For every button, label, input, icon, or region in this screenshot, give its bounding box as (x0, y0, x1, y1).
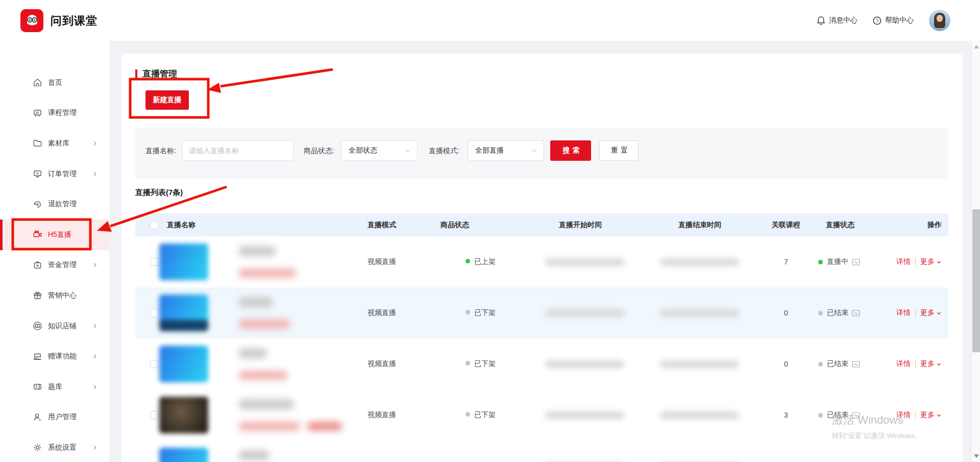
live-mode-label: 直播模式: (429, 140, 459, 161)
chevron-down-icon (936, 361, 942, 367)
sidebar-item-question-bank[interactable]: 题库 (0, 372, 109, 402)
scrollbar-thumb[interactable] (972, 209, 980, 352)
sidebar-item-home[interactable]: 首页 (0, 67, 109, 98)
table-row: 视频直播 已下架 已结束 详情 更多 (135, 441, 948, 462)
title-accent-bar (135, 69, 137, 79)
more-link[interactable]: 更多 (920, 257, 942, 266)
refund-icon (33, 200, 42, 209)
chevron-down-icon (936, 412, 942, 418)
chevron-right-icon (92, 140, 98, 147)
table-row: 视频直播 已上架 7 直播中 详情 更多 (135, 236, 948, 287)
bell-icon (817, 16, 825, 25)
live-thumbnail-blurred (159, 397, 208, 433)
status-dot (465, 361, 470, 366)
live-name-blurred (239, 246, 296, 278)
live-name-blurred (239, 348, 287, 380)
live-name-input[interactable] (182, 140, 293, 161)
filter-bar: 直播名称: 商品状态: 全部状态 直播模式: 全部直播 搜索 重置 (135, 128, 948, 179)
create-live-button[interactable]: 新建直播 (145, 90, 189, 110)
sidebar-item-courses[interactable]: 课程管理 (0, 98, 109, 129)
start-time-blurred (545, 411, 624, 419)
live-name-label: 直播名称: (145, 140, 176, 161)
sidebar-item-orders[interactable]: 订单管理 (0, 159, 109, 189)
action-divider (915, 411, 916, 419)
chevron-right-icon (92, 384, 98, 390)
sidebar-item-h5-live[interactable]: H5直播 (0, 220, 109, 250)
knowledge-shop-icon (33, 321, 42, 331)
user-icon (33, 412, 42, 422)
live-mode-select[interactable]: 全部直播 (468, 140, 544, 161)
end-time-blurred (660, 309, 739, 317)
live-camera-icon (33, 230, 42, 239)
sidebar-item-marketing[interactable]: 营销中心 (0, 280, 109, 311)
chevron-right-icon (92, 445, 98, 451)
help-icon: ? (873, 16, 881, 25)
chevron-down-icon (936, 259, 942, 265)
message-center-menu[interactable]: 消息中心 (817, 16, 857, 25)
main-content: 直播管理 新建直播 直播名称: 商品状态: 全部状态 直播模式: 全部直播 (109, 41, 980, 462)
detail-link[interactable]: 详情 (896, 257, 911, 266)
status-dot (818, 362, 823, 367)
product-status-label: 商品状态: (304, 140, 334, 161)
sidebar-item-users[interactable]: 用户管理 (0, 402, 109, 433)
live-thumbnail-blurred (159, 448, 208, 462)
live-name-blurred (239, 450, 285, 462)
live-screen-icon (852, 361, 860, 368)
more-link[interactable]: 更多 (920, 308, 942, 318)
table-row: 视频直播 已下架 0 已结束 详情 更多 (135, 287, 948, 338)
live-screen-icon (852, 259, 860, 265)
live-name-blurred (239, 399, 342, 431)
scrollbar-up-arrow[interactable] (974, 45, 979, 48)
sidebar-item-settings[interactable]: 系统设置 (0, 432, 109, 462)
help-center-menu[interactable]: ? 帮助中心 (873, 16, 914, 25)
sidebar-item-gift-courses[interactable]: 赠课功能 (0, 341, 109, 372)
status-dot (465, 412, 470, 417)
message-center-label: 消息中心 (829, 16, 857, 25)
search-button[interactable]: 搜索 (550, 140, 591, 161)
gift-course-icon (33, 352, 42, 361)
chevron-right-icon (92, 171, 98, 177)
row-checkbox[interactable] (150, 360, 158, 368)
sidebar: 首页 课程管理 素材库 订单管理 退款管理 H5直播 (0, 41, 109, 462)
detail-link[interactable]: 详情 (896, 308, 911, 318)
more-link[interactable]: 更多 (920, 410, 942, 420)
live-screen-icon (852, 412, 860, 419)
detail-link[interactable]: 详情 (896, 410, 911, 420)
live-thumbnail-blurred (159, 346, 208, 382)
top-bar: 问到课堂 消息中心 ? 帮助中心 (0, 0, 980, 41)
status-dot (465, 310, 470, 314)
home-icon (33, 78, 42, 87)
live-name-blurred (239, 297, 290, 329)
svg-text:?: ? (876, 17, 878, 23)
scrollbar-down-arrow[interactable] (974, 454, 979, 458)
sidebar-item-knowledge-shop[interactable]: 知识店铺 (0, 311, 109, 342)
row-checkbox[interactable] (150, 258, 158, 266)
status-dot (818, 260, 823, 264)
user-avatar[interactable] (929, 10, 950, 31)
live-thumbnail-blurred (159, 295, 208, 331)
help-center-label: 帮助中心 (885, 16, 914, 25)
start-time-blurred (545, 360, 624, 368)
detail-link[interactable]: 详情 (896, 359, 911, 369)
row-checkbox[interactable] (150, 411, 158, 419)
status-dot (818, 413, 823, 418)
app-title: 问到课堂 (51, 13, 97, 29)
table-row: 视频直播 已下架 3 已结束 详情 更多 (135, 390, 948, 441)
funds-safe-icon (33, 260, 42, 270)
select-all-checkbox[interactable] (150, 221, 158, 229)
action-divider (915, 360, 916, 368)
end-time-blurred (660, 411, 739, 419)
row-checkbox[interactable] (150, 309, 158, 317)
list-title: 直播列表(7条) (135, 188, 183, 198)
sidebar-item-materials[interactable]: 素材库 (0, 128, 109, 159)
chevron-right-icon (92, 262, 98, 268)
live-screen-icon (852, 310, 860, 317)
more-link[interactable]: 更多 (920, 359, 942, 369)
live-table: 直播名称 直播模式 商品状态 直播开始时间 直播结束时间 关联课程 直播状态 操… (135, 213, 948, 462)
brand[interactable]: 问到课堂 (20, 9, 97, 32)
sidebar-item-refunds[interactable]: 退款管理 (0, 189, 109, 220)
reset-button[interactable]: 重置 (599, 140, 639, 161)
product-status-select[interactable]: 全部状态 (341, 140, 418, 161)
start-time-blurred (545, 258, 624, 266)
sidebar-item-funds[interactable]: 资金管理 (0, 250, 109, 281)
